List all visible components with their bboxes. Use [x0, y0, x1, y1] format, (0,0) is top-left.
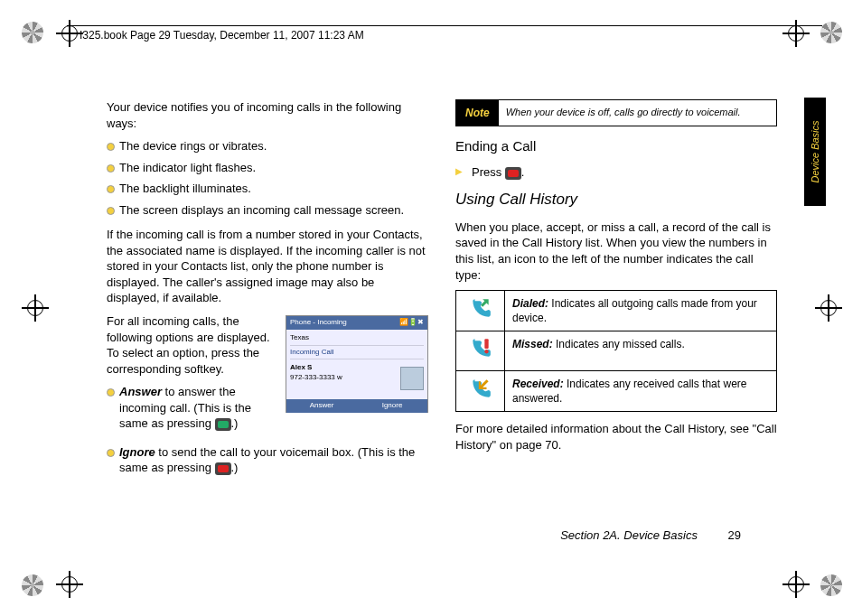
list-item: The backlight illuminates. [107, 181, 428, 197]
dialed-term: Dialed: [512, 297, 548, 310]
missed-desc: Missed: Indicates any missed calls. [505, 331, 777, 370]
answer-term: Answer [119, 385, 162, 398]
intro-text: Your device notifies you of incoming cal… [107, 99, 428, 131]
page-footer: Section 2A. Device Basics 29 [22, 528, 840, 542]
dialed-icon [469, 297, 492, 321]
missed-term: Missed: [512, 338, 553, 350]
missed-text: Indicates any missed calls. [553, 338, 685, 350]
answer-tail: .) [231, 416, 239, 430]
shot-title: Phone - Incoming [290, 318, 347, 328]
cropmark-circle-tr [820, 22, 842, 43]
period: . [521, 165, 525, 179]
list-item-answer: Answer to answer the incoming call. (Thi… [107, 384, 428, 432]
header-rule [67, 25, 822, 26]
talk-key-icon [215, 418, 231, 431]
dialed-desc: Dialed: Indicates all outgoing calls mad… [505, 291, 777, 331]
call-history-xref: For more detailed information about the … [455, 421, 777, 453]
received-desc: Received: Indicates any received calls t… [505, 370, 777, 411]
list-item: The indicator light flashes. [107, 160, 428, 176]
shot-location: Texas [290, 331, 424, 346]
end-key-icon [505, 167, 521, 180]
list-item-ignore: Ignore to send the call to your voicemai… [107, 444, 428, 476]
svg-rect-0 [484, 340, 488, 350]
list-item: The screen displays an incoming call mes… [107, 202, 428, 219]
dialed-icon-cell [456, 291, 505, 331]
received-icon-cell [456, 370, 505, 411]
softkey-list-2: Ignore to send the call to your voicemai… [107, 444, 428, 476]
notify-list: The device rings or vibrates. The indica… [107, 138, 428, 218]
call-type-table: Dialed: Indicates all outgoing calls mad… [455, 290, 777, 412]
table-row: Received: Indicates any received calls t… [456, 370, 777, 411]
call-history-intro: When you place, accept, or miss a call, … [455, 219, 777, 283]
heading-ending-call: Ending a Call [455, 137, 777, 155]
footer-section: Section 2A. Device Basics [560, 528, 698, 542]
press-end-step: Press . [455, 164, 777, 181]
note-box: Note When your device is off, calls go d… [455, 99, 777, 126]
press-text: Press [472, 165, 505, 179]
page-body: Your device notifies you of incoming cal… [22, 63, 840, 598]
left-column: Your device notifies you of incoming cal… [107, 99, 428, 485]
missed-icon [469, 337, 492, 360]
ending-call-step: Press . [455, 164, 777, 181]
right-column: Note When your device is off, calls go d… [455, 99, 777, 485]
table-row: Dialed: Indicates all outgoing calls mad… [456, 291, 777, 331]
dialed-text: Indicates all outgoing calls made from y… [512, 297, 757, 324]
missed-icon-cell [456, 331, 505, 370]
end-key-icon [215, 462, 231, 475]
table-row: Missed: Indicates any missed calls. [456, 331, 777, 370]
header-text: I325.book Page 29 Tuesday, December 11, … [80, 29, 364, 42]
softkey-list: Answer to answer the incoming call. (Thi… [107, 384, 428, 432]
received-term: Received: [512, 378, 564, 390]
note-text: When your device is off, calls go direct… [499, 100, 776, 126]
list-item: The device rings or vibrates. [107, 138, 428, 154]
note-label: Note [456, 100, 499, 126]
shot-status-icons: 📶🔋✖ [399, 318, 424, 328]
heading-call-history: Using Call History [455, 190, 777, 210]
cropmark-circle-tl [22, 22, 43, 43]
ignore-text: to send the call to your voicemail box. … [119, 445, 415, 475]
shot-incoming-label: Incoming Call [290, 346, 424, 360]
ignore-term: Ignore [119, 445, 155, 459]
footer-page-number: 29 [728, 528, 741, 542]
ignore-tail: .) [231, 461, 239, 474]
received-icon [469, 378, 492, 401]
cropmark-cross-tr [782, 20, 810, 47]
svg-point-1 [484, 350, 488, 354]
contacts-paragraph: If the incoming call is from a number st… [107, 227, 428, 306]
